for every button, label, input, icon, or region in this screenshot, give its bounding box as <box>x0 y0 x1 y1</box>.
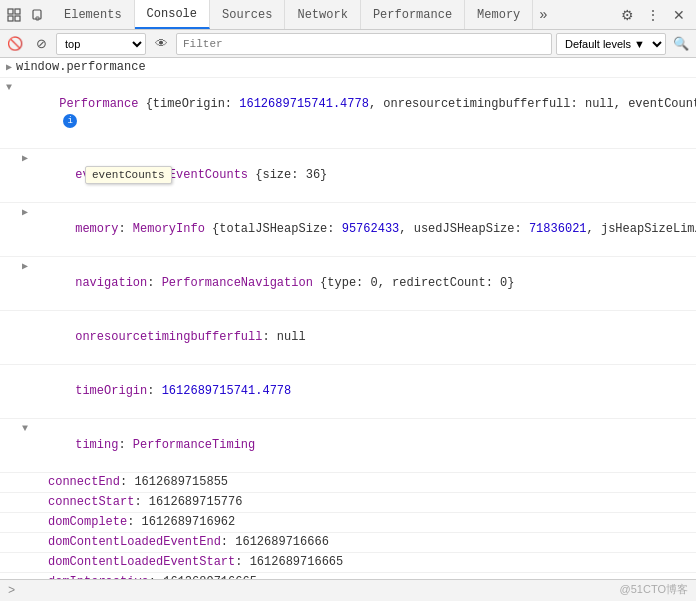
list-item: connectEnd: 1612689715855 <box>0 473 696 493</box>
list-item: navigation: PerformanceNavigation {type:… <box>0 257 696 311</box>
tooltip-popup: eventCounts <box>85 166 172 184</box>
expand-arrow[interactable] <box>19 204 31 221</box>
list-item: domInteractive: 1612689716665 <box>0 573 696 579</box>
list-item: domContentLoadedEventStart: 161268971666… <box>0 553 696 573</box>
info-icon[interactable]: i <box>63 114 77 128</box>
tab-sources[interactable]: Sources <box>210 0 285 29</box>
expand-arrow[interactable] <box>19 258 31 275</box>
expand-arrow[interactable] <box>19 150 31 167</box>
more-tabs-icon[interactable]: » <box>533 0 553 29</box>
console-input-bar: > <box>0 579 696 601</box>
more-options-icon[interactable]: ⋮ <box>642 4 664 26</box>
clear-console-icon[interactable]: 🚫 <box>4 33 26 55</box>
tab-elements[interactable]: Elements <box>52 0 135 29</box>
svg-rect-0 <box>8 9 13 14</box>
list-item: onresourcetimingbufferfull: null <box>0 311 696 365</box>
tabs-container: Elements Console Sources Network Perform… <box>52 0 610 29</box>
svg-rect-2 <box>8 16 13 21</box>
expand-arrow[interactable] <box>3 79 15 96</box>
list-item: timeOrigin: 1612689715741.4778 <box>0 365 696 419</box>
expand-arrow[interactable] <box>19 420 31 437</box>
svg-rect-4 <box>33 10 41 19</box>
log-level-select[interactable]: Default levels ▼ <box>556 33 666 55</box>
list-item: memory: MemoryInfo {totalJSHeapSize: 957… <box>0 203 696 257</box>
settings-icon[interactable]: ⚙ <box>616 4 638 26</box>
filter-input[interactable] <box>176 33 552 55</box>
svg-rect-1 <box>15 9 20 14</box>
search-icon[interactable]: 🔍 <box>670 33 692 55</box>
list-item: domComplete: 1612689716962 <box>0 513 696 533</box>
close-devtools-icon[interactable]: ✕ <box>668 4 690 26</box>
watermark: @51CTO博客 <box>620 582 688 597</box>
devtools-actions: ⚙ ⋮ ✕ <box>610 4 696 26</box>
eye-icon[interactable]: 👁 <box>150 33 172 55</box>
svg-rect-3 <box>15 16 20 21</box>
console-prompt: > <box>8 584 15 598</box>
console-toolbar: 🚫 ⊘ top 👁 Default levels ▼ 🔍 <box>0 30 696 58</box>
tab-network[interactable]: Network <box>285 0 360 29</box>
tab-bar: Elements Console Sources Network Perform… <box>0 0 696 30</box>
list-item: domContentLoadedEventEnd: 1612689716666 <box>0 533 696 553</box>
console-input[interactable] <box>15 584 688 598</box>
inspect-icon[interactable] <box>4 5 24 25</box>
tab-console[interactable]: Console <box>135 0 210 29</box>
console-output: window.performance Performance {timeOrig… <box>0 58 696 579</box>
list-item: Performance {timeOrigin: 1612689715741.4… <box>0 78 696 149</box>
tab-performance[interactable]: Performance <box>361 0 465 29</box>
cursor-icon[interactable] <box>28 5 48 25</box>
scope-select[interactable]: top <box>56 33 146 55</box>
expand-arrow[interactable] <box>3 59 15 76</box>
list-item: window.performance <box>0 58 696 78</box>
tab-memory[interactable]: Memory <box>465 0 533 29</box>
console-root-label: window.performance <box>16 59 692 76</box>
devtools-icons <box>0 5 52 25</box>
timing-props-group: connectEnd: 1612689715855connectStart: 1… <box>0 473 696 579</box>
list-item: timing: PerformanceTiming <box>0 419 696 473</box>
list-item: connectStart: 1612689715776 <box>0 493 696 513</box>
pause-icon[interactable]: ⊘ <box>30 33 52 55</box>
